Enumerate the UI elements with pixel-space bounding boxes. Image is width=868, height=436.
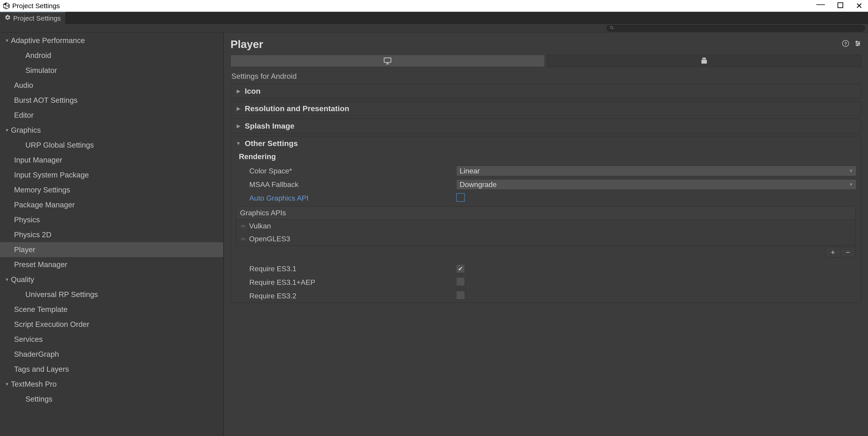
sidebar-item-label: Scene Template bbox=[14, 305, 67, 314]
sidebar-item-scene-template[interactable]: Scene Template bbox=[0, 302, 223, 317]
sidebar-item-label: Universal RP Settings bbox=[25, 290, 98, 299]
sidebar-item-settings[interactable]: Settings bbox=[0, 392, 223, 407]
sidebar-item-script-execution-order[interactable]: Script Execution Order bbox=[0, 317, 223, 332]
sidebar-item-label: Memory Settings bbox=[14, 186, 70, 194]
foldout-label: Icon bbox=[245, 87, 260, 96]
svg-point-5 bbox=[610, 26, 613, 29]
unity-logo-icon bbox=[3, 2, 10, 9]
search-field[interactable] bbox=[614, 25, 861, 31]
sidebar-item-input-manager[interactable]: Input Manager bbox=[0, 153, 223, 168]
close-button[interactable]: ✕ bbox=[856, 1, 863, 11]
sidebar-item-physics-2d[interactable]: Physics 2D bbox=[0, 227, 223, 242]
foldout-other-settings: ▼ Other Settings Rendering Color Space* … bbox=[230, 136, 861, 303]
preset-icon[interactable] bbox=[855, 40, 861, 48]
foldout-resolution-header[interactable]: ▶ Resolution and Presentation bbox=[235, 104, 857, 113]
sidebar-item-audio[interactable]: Audio bbox=[0, 78, 223, 93]
search-input[interactable] bbox=[607, 25, 865, 31]
svg-line-20 bbox=[702, 58, 703, 58]
sidebar-item-android[interactable]: Android bbox=[0, 48, 223, 63]
sidebar-item-label: Burst AOT Settings bbox=[14, 96, 78, 105]
help-icon[interactable]: ? bbox=[842, 40, 849, 48]
editor-tab-strip: Project Settings bbox=[0, 12, 868, 24]
sidebar-item-package-manager[interactable]: Package Manager bbox=[0, 197, 223, 212]
sidebar-item-label: Audio bbox=[14, 81, 33, 90]
svg-point-18 bbox=[703, 58, 703, 59]
sidebar-item-player[interactable]: Player bbox=[0, 242, 223, 257]
sidebar-item-simulator[interactable]: Simulator bbox=[0, 63, 223, 78]
require-es31aep-label: Require ES3.1+AEP bbox=[235, 278, 456, 287]
require-es31aep-checkbox[interactable] bbox=[456, 277, 465, 286]
svg-marker-1 bbox=[3, 3, 6, 6]
window-controls: — ✕ bbox=[816, 1, 863, 11]
sidebar-item-label: Script Execution Order bbox=[14, 320, 89, 329]
sidebar-item-tags-and-layers[interactable]: Tags and Layers bbox=[0, 362, 223, 377]
chevron-right-icon: ▶ bbox=[235, 88, 242, 94]
add-button[interactable]: + bbox=[826, 247, 840, 257]
msaa-fallback-dropdown[interactable]: Downgrade ▼ bbox=[456, 179, 857, 190]
foldout-icon: ▶ Icon bbox=[230, 84, 861, 98]
foldout-splash-header[interactable]: ▶ Splash Image bbox=[235, 122, 857, 130]
sidebar-item-label: Physics bbox=[14, 215, 40, 224]
api-name: OpenGLES3 bbox=[249, 235, 290, 243]
search-icon bbox=[610, 26, 614, 31]
require-es31-checkbox[interactable] bbox=[456, 264, 465, 273]
sidebar-item-textmesh-pro[interactable]: ▼TextMesh Pro bbox=[0, 377, 223, 392]
sidebar-item-label: Input Manager bbox=[14, 156, 62, 164]
svg-rect-15 bbox=[384, 58, 391, 63]
sidebar-item-label: Preset Manager bbox=[14, 260, 67, 269]
svg-rect-12 bbox=[856, 41, 857, 42]
graphics-apis-header: Graphics APIs bbox=[237, 206, 855, 220]
sidebar-item-label: URP Global Settings bbox=[25, 141, 94, 149]
color-space-dropdown[interactable]: Linear ▼ bbox=[456, 166, 857, 176]
svg-line-6 bbox=[612, 28, 614, 29]
auto-graphics-api-label: Auto Graphics API bbox=[235, 194, 456, 202]
chevron-down-icon: ▼ bbox=[849, 169, 853, 173]
sidebar-item-editor[interactable]: Editor bbox=[0, 108, 223, 123]
svg-line-21 bbox=[705, 58, 706, 58]
chevron-down-icon: ▼ bbox=[849, 182, 853, 187]
drag-handle-icon[interactable] bbox=[241, 238, 245, 240]
svg-point-19 bbox=[705, 58, 705, 59]
sidebar-item-preset-manager[interactable]: Preset Manager bbox=[0, 257, 223, 272]
sidebar-item-services[interactable]: Services bbox=[0, 332, 223, 347]
foldout-label: Other Settings bbox=[245, 139, 298, 148]
require-es31-label: Require ES3.1 bbox=[235, 265, 456, 273]
sidebar-item-burst-aot-settings[interactable]: Burst AOT Settings bbox=[0, 93, 223, 108]
graphics-api-item[interactable]: OpenGLES3 bbox=[237, 233, 855, 245]
maximize-button[interactable] bbox=[837, 2, 843, 9]
drag-handle-icon[interactable] bbox=[241, 225, 245, 227]
toolbar bbox=[0, 24, 868, 33]
chevron-down-icon: ▼ bbox=[3, 382, 11, 387]
foldout-other-header[interactable]: ▼ Other Settings bbox=[235, 139, 857, 148]
page-title: Player bbox=[230, 38, 263, 51]
auto-graphics-api-checkbox[interactable] bbox=[456, 193, 465, 202]
chevron-right-icon: ▶ bbox=[235, 106, 242, 111]
dropdown-value: Downgrade bbox=[460, 180, 497, 189]
sidebar-item-label: TextMesh Pro bbox=[11, 380, 57, 389]
sidebar-item-graphics[interactable]: ▼Graphics bbox=[0, 123, 223, 138]
require-es32-label: Require ES3.2 bbox=[235, 292, 456, 300]
foldout-icon-header[interactable]: ▶ Icon bbox=[235, 87, 857, 96]
graphics-api-item[interactable]: Vulkan bbox=[237, 220, 855, 233]
project-settings-tab[interactable]: Project Settings bbox=[0, 12, 65, 24]
sidebar-item-adaptive-performance[interactable]: ▼Adaptive Performance bbox=[0, 33, 223, 48]
list-footer: + − bbox=[825, 247, 856, 257]
sidebar-item-universal-rp-settings[interactable]: Universal RP Settings bbox=[0, 287, 223, 302]
sidebar-item-urp-global-settings[interactable]: URP Global Settings bbox=[0, 138, 223, 153]
minimize-button[interactable]: — bbox=[816, 0, 825, 9]
sidebar-item-input-system-package[interactable]: Input System Package bbox=[0, 168, 223, 182]
settings-sidebar: ▼Adaptive PerformanceAndroidSimulatorAud… bbox=[0, 33, 224, 436]
sidebar-item-label: Physics 2D bbox=[14, 230, 52, 239]
require-es32-checkbox[interactable] bbox=[456, 291, 465, 300]
platform-tab-android[interactable] bbox=[547, 55, 861, 67]
sidebar-item-label: Tags and Layers bbox=[14, 365, 69, 373]
dropdown-value: Linear bbox=[460, 167, 480, 175]
sidebar-item-shadergraph[interactable]: ShaderGraph bbox=[0, 347, 223, 362]
sidebar-item-memory-settings[interactable]: Memory Settings bbox=[0, 182, 223, 197]
sidebar-item-quality[interactable]: ▼Quality bbox=[0, 272, 223, 287]
sidebar-item-label: Adaptive Performance bbox=[11, 36, 85, 45]
sidebar-item-physics[interactable]: Physics bbox=[0, 212, 223, 227]
platform-tab-standalone[interactable] bbox=[230, 55, 545, 67]
svg-marker-3 bbox=[3, 6, 6, 9]
remove-button[interactable]: − bbox=[840, 247, 855, 257]
